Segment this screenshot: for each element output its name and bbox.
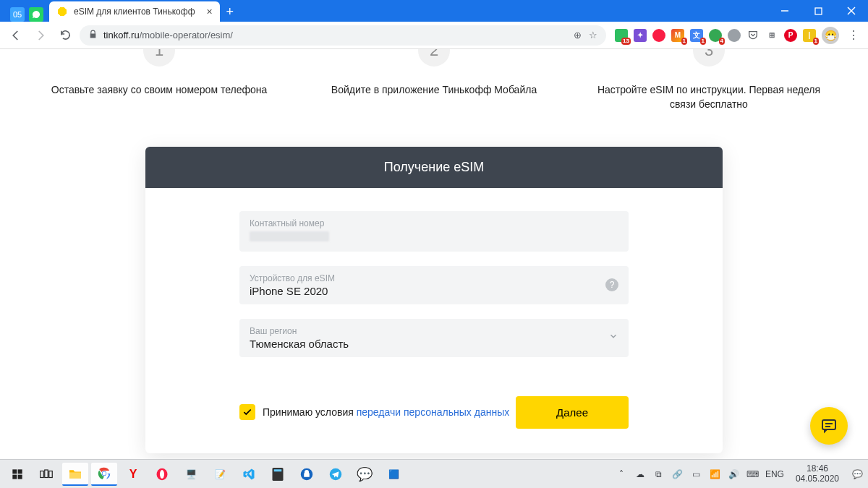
translate-ext-icon[interactable]: 文1 xyxy=(690,29,703,42)
svg-rect-11 xyxy=(41,471,44,477)
battery-tray-icon[interactable]: ▭ xyxy=(690,469,703,479)
profile-avatar[interactable]: 😷 xyxy=(822,27,839,44)
step-number: 3 xyxy=(693,49,725,67)
lock-icon xyxy=(88,30,98,41)
notifications-tray-icon[interactable]: 💬 xyxy=(851,469,864,479)
svg-rect-4 xyxy=(822,420,835,429)
svg-rect-20 xyxy=(274,469,282,471)
pinterest-ext-icon[interactable]: P xyxy=(784,29,797,42)
system-tray: ˄ ☁ ⧉ 🔗 ▭ 📶 🔊 ⌨ ENG 18:46 04.05.2020 💬 xyxy=(615,464,864,484)
forward-button[interactable] xyxy=(30,25,51,46)
calculator-taskbar-icon[interactable] xyxy=(265,463,291,486)
phone-field[interactable]: Контактный номер xyxy=(239,211,629,252)
opera-ext-icon[interactable] xyxy=(652,29,665,42)
grey-ext-icon[interactable] xyxy=(728,29,741,42)
checker-ext-icon[interactable]: 4 xyxy=(709,29,722,42)
phone-value-redacted xyxy=(250,231,329,241)
step-text: Настройте eSIM по инструкции. Первая нед… xyxy=(593,82,825,112)
maximize-button[interactable] xyxy=(801,0,835,22)
device-field[interactable]: Устройство для eSIM iPhone SE 2020 ? xyxy=(239,266,629,304)
phone-label: Контактный номер xyxy=(250,218,618,228)
start-button[interactable] xyxy=(4,463,30,486)
lastpass-ext-icon[interactable]: |1 xyxy=(803,29,816,42)
browser-toolbar: tinkoff.ru/mobile-operator/esim/ ⊕ ☆ 13 … xyxy=(0,22,868,49)
step-text: Войдите в приложение Тинькофф Мобайла xyxy=(318,82,550,97)
chat-taskbar-icon[interactable]: 💬 xyxy=(352,463,378,486)
region-label: Ваш регион xyxy=(250,326,618,336)
svg-point-16 xyxy=(103,471,106,475)
chat-fab-button[interactable] xyxy=(810,407,848,445)
svg-rect-12 xyxy=(45,470,48,478)
chat-icon xyxy=(820,417,838,435)
step-number: 1 xyxy=(143,49,175,67)
language-indicator[interactable]: ENG xyxy=(765,469,784,479)
onedrive-tray-icon[interactable]: ☁ xyxy=(634,469,647,479)
link-tray-icon[interactable]: 🔗 xyxy=(671,469,684,479)
step-number: 2 xyxy=(418,49,450,67)
url-text: tinkoff.ru/mobile-operator/esim/ xyxy=(103,30,233,40)
region-value: Тюменская область xyxy=(250,338,618,350)
app-taskbar-icon-1[interactable]: 🖥️ xyxy=(178,463,204,486)
step-1: 1 Оставьте заявку со своим номером телеф… xyxy=(43,49,275,112)
reload-button[interactable] xyxy=(55,25,75,46)
form-title: Получение eSIM xyxy=(145,147,723,188)
agree-checkbox[interactable] xyxy=(239,404,255,420)
close-window-button[interactable] xyxy=(835,0,868,22)
opera-taskbar-icon[interactable] xyxy=(149,463,175,486)
svg-rect-1 xyxy=(815,8,822,14)
explorer-taskbar-icon[interactable] xyxy=(62,463,88,486)
vscode-taskbar-icon[interactable] xyxy=(236,463,262,486)
chrome-taskbar-icon[interactable] xyxy=(91,463,117,486)
device-label: Устройство для eSIM xyxy=(250,273,618,283)
keyboard-tray-icon[interactable]: ⌨ xyxy=(746,469,760,479)
taskview-button[interactable] xyxy=(33,463,59,486)
chevron-down-icon xyxy=(608,331,618,344)
window-titlebar: 05 eSIM для клиентов Тинькофф × + xyxy=(0,0,868,22)
esim-form-card: Получение eSIM Контактный номер Устройст… xyxy=(145,147,723,453)
notepad-taskbar-icon[interactable]: 📝 xyxy=(207,463,233,486)
tray-chevron-icon[interactable]: ˄ xyxy=(615,469,628,479)
yandex-taskbar-icon[interactable]: Y xyxy=(120,463,146,486)
tab-title: eSIM для клиентов Тинькофф xyxy=(74,7,195,17)
pinned-tab-whatsapp[interactable] xyxy=(29,7,43,22)
help-icon[interactable]: ? xyxy=(605,278,618,291)
step-3: 3 Настройте eSIM по инструкции. Первая н… xyxy=(593,49,825,112)
browser-tab-active[interactable]: eSIM для клиентов Тинькофф × xyxy=(49,1,220,22)
grid-ext-icon[interactable]: ⊞ xyxy=(765,29,778,42)
svg-rect-9 xyxy=(12,474,17,479)
pocket-ext-icon[interactable] xyxy=(746,29,760,42)
taskbar-clock[interactable]: 18:46 04.05.2020 xyxy=(790,464,845,484)
step-2: 2 Войдите в приложение Тинькофф Мобайла xyxy=(318,49,550,112)
agree-row[interactable]: Принимаю условия передачи персональных д… xyxy=(239,404,509,420)
purple-ext-icon[interactable]: ✦ xyxy=(634,29,647,42)
whatsapp-icon xyxy=(32,10,41,19)
evernote-ext-icon[interactable]: 13 xyxy=(615,29,628,42)
svg-rect-13 xyxy=(49,471,53,477)
esim-steps: 1 Оставьте заявку со своим номером телеф… xyxy=(0,49,868,134)
gmail-ext-icon[interactable]: M1 xyxy=(671,29,684,42)
extensions-row: 13 ✦ M1 文1 4 ⊞ P |1 😷 ⋮ xyxy=(610,27,862,44)
minimize-button[interactable] xyxy=(768,0,801,22)
new-tab-button[interactable]: + xyxy=(220,1,240,22)
svg-point-18 xyxy=(160,470,164,479)
volume-tray-icon[interactable]: 🔊 xyxy=(728,469,741,479)
chrome-menu-button[interactable]: ⋮ xyxy=(845,28,862,42)
next-button[interactable]: Далее xyxy=(516,396,629,429)
svg-rect-10 xyxy=(18,474,22,479)
tinkoff-favicon-icon xyxy=(56,6,68,17)
back-button[interactable] xyxy=(6,25,26,46)
wifi-tray-icon[interactable]: 📶 xyxy=(709,469,722,479)
region-field[interactable]: Ваш регион Тюменская область xyxy=(239,319,629,357)
pinned-tab-1[interactable]: 05 xyxy=(10,7,25,22)
pinned-tabs: 05 xyxy=(4,7,49,22)
telegram-taskbar-icon[interactable] xyxy=(323,463,349,486)
windows-taskbar: Y 🖥️ 📝 💬 🟦 ˄ ☁ ⧉ 🔗 ▭ 📶 🔊 ⌨ ENG 18:46 04.… xyxy=(0,459,868,488)
bookmark-icon[interactable]: ☆ xyxy=(589,30,597,40)
close-tab-icon[interactable]: × xyxy=(207,6,213,17)
address-bar[interactable]: tinkoff.ru/mobile-operator/esim/ ⊕ ☆ xyxy=(80,25,606,46)
dropbox-tray-icon[interactable]: ⧉ xyxy=(652,469,665,479)
install-icon[interactable]: ⊕ xyxy=(574,30,582,40)
app-taskbar-icon-2[interactable]: 🟦 xyxy=(380,463,407,486)
agree-link[interactable]: передачи персональных данных xyxy=(357,406,510,418)
keepass-taskbar-icon[interactable] xyxy=(294,463,320,486)
